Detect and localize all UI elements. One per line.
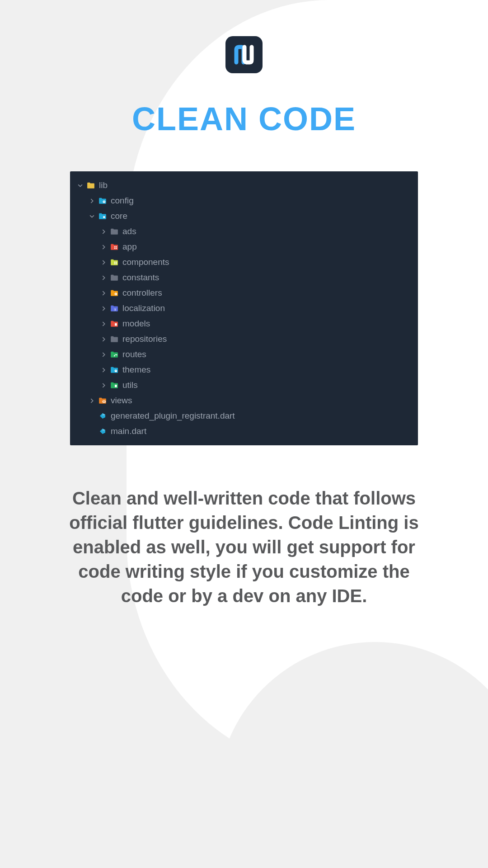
- chevron-right-icon[interactable]: [100, 335, 107, 343]
- folder-icon: [110, 335, 119, 343]
- tree-item-label: constants: [122, 273, 159, 283]
- chevron-right-icon[interactable]: [100, 351, 107, 358]
- tree-item-repositories[interactable]: repositories: [70, 331, 418, 347]
- tree-item-ads[interactable]: ads: [70, 224, 418, 239]
- tree-item-label: main.dart: [111, 426, 146, 436]
- dart-icon: [98, 427, 107, 435]
- tree-item-localization[interactable]: 文localization: [70, 301, 418, 316]
- folder-doc-icon: [110, 320, 119, 328]
- tree-item-label: themes: [122, 365, 150, 375]
- app-logo: [225, 36, 263, 73]
- folder-dot-icon: [98, 212, 107, 220]
- svg-rect-9: [114, 263, 115, 264]
- chevron-down-icon[interactable]: [76, 182, 84, 189]
- svg-rect-8: [116, 262, 117, 263]
- folder-gear-icon: [98, 197, 107, 205]
- tree-item-label: ads: [122, 226, 136, 236]
- chevron-right-icon[interactable]: [100, 228, 107, 235]
- tree-item-generated-plugin-registrant-dart[interactable]: generated_plugin_registrant.dart: [70, 408, 418, 424]
- tree-item-models[interactable]: models: [70, 316, 418, 331]
- tree-item-components[interactable]: components: [70, 255, 418, 270]
- tree-item-main-dart[interactable]: main.dart: [70, 424, 418, 439]
- tree-item-label: components: [122, 257, 169, 267]
- folder-icon: [86, 181, 95, 189]
- svg-text:文: 文: [114, 308, 117, 311]
- svg-point-15: [114, 355, 115, 356]
- tree-item-routes[interactable]: routes: [70, 347, 418, 362]
- tree-item-label: models: [122, 319, 150, 329]
- logo-icon: [233, 43, 255, 66]
- folder-route-icon: [110, 350, 119, 359]
- svg-rect-20: [115, 385, 117, 387]
- svg-point-2: [103, 216, 105, 218]
- folder-grid-icon: [110, 258, 119, 266]
- svg-point-12: [115, 293, 116, 294]
- tree-item-themes[interactable]: themes: [70, 362, 418, 377]
- folder-grid-icon: [110, 243, 119, 251]
- chevron-right-icon[interactable]: [88, 397, 95, 404]
- tree-item-controllers[interactable]: controllers: [70, 285, 418, 301]
- tree-item-label: controllers: [122, 288, 162, 298]
- svg-point-1: [103, 201, 104, 202]
- folder-lang-icon: 文: [110, 304, 119, 312]
- tree-item-config[interactable]: config: [70, 193, 418, 208]
- svg-rect-4: [116, 246, 117, 247]
- chevron-right-icon[interactable]: [100, 320, 107, 327]
- main-content: CLEAN CODE libconfigcoreadsappcomponents…: [0, 0, 488, 608]
- tree-item-label: core: [111, 211, 127, 221]
- description-text: Clean and well-written code that follows…: [59, 486, 429, 608]
- chevron-right-icon[interactable]: [100, 382, 107, 389]
- chevron-right-icon[interactable]: [100, 243, 107, 250]
- svg-point-17: [115, 369, 117, 372]
- dart-icon: [98, 412, 107, 420]
- chevron-right-icon[interactable]: [100, 289, 107, 297]
- folder-gear-icon: [110, 289, 119, 297]
- svg-rect-7: [114, 262, 115, 263]
- svg-point-22: [103, 401, 104, 402]
- tree-item-label: app: [122, 242, 137, 252]
- tree-item-views[interactable]: views: [70, 393, 418, 408]
- tree-item-core[interactable]: core: [70, 208, 418, 224]
- tree-item-label: generated_plugin_registrant.dart: [111, 411, 235, 421]
- folder-icon: [110, 274, 119, 282]
- tree-item-label: lib: [99, 180, 108, 190]
- tree-item-label: routes: [122, 349, 146, 359]
- tree-item-lib[interactable]: lib: [70, 178, 418, 193]
- tree-item-label: views: [111, 396, 132, 406]
- svg-rect-6: [116, 248, 117, 249]
- svg-rect-10: [116, 263, 117, 264]
- svg-rect-5: [114, 248, 115, 249]
- folder-doc-icon: [110, 381, 119, 389]
- chevron-right-icon[interactable]: [100, 274, 107, 281]
- folder-palette-icon: [110, 366, 119, 374]
- tree-item-app[interactable]: app: [70, 239, 418, 255]
- svg-point-16: [117, 354, 117, 355]
- folder-icon: [110, 227, 119, 236]
- page-title: CLEAN CODE: [132, 100, 356, 137]
- chevron-right-icon[interactable]: [88, 197, 95, 204]
- svg-point-19: [116, 370, 117, 370]
- tree-item-label: utils: [122, 380, 138, 390]
- folder-view-icon: [98, 396, 107, 405]
- svg-rect-14: [115, 323, 117, 326]
- chevron-right-icon[interactable]: [100, 366, 107, 373]
- chevron-down-icon[interactable]: [88, 212, 95, 220]
- tree-item-label: repositories: [122, 334, 167, 344]
- tree-item-label: config: [111, 196, 134, 206]
- tree-item-utils[interactable]: utils: [70, 377, 418, 393]
- file-tree-panel: libconfigcoreadsappcomponentsconstantsco…: [70, 171, 418, 445]
- tree-item-constants[interactable]: constants: [70, 270, 418, 285]
- tree-item-label: localization: [122, 303, 165, 313]
- chevron-right-icon[interactable]: [100, 305, 107, 312]
- svg-rect-3: [114, 246, 115, 247]
- svg-point-18: [115, 370, 116, 370]
- chevron-right-icon[interactable]: [100, 259, 107, 266]
